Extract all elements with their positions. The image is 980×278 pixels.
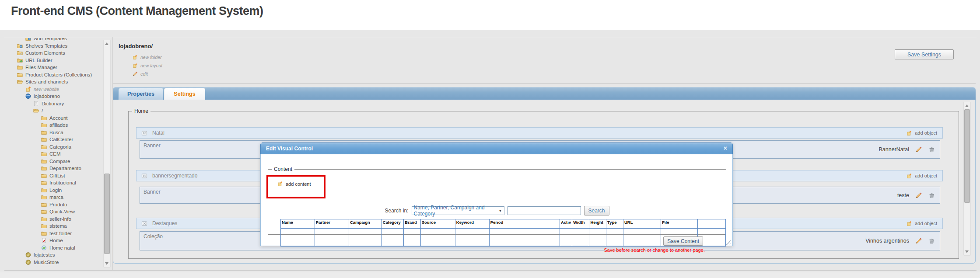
tree-item-giftlist[interactable]: GiftList	[4, 172, 103, 180]
tab-settings[interactable]: Settings	[164, 88, 205, 100]
tree-item-test-folder[interactable]: test-folder	[4, 230, 103, 237]
row-actions: teste	[897, 192, 935, 199]
tree-item-login[interactable]: Login	[4, 187, 103, 194]
save-content-button[interactable]: Save Content	[663, 236, 703, 246]
add-object-link[interactable]: add object	[906, 130, 937, 136]
new-folder-link[interactable]: new folder	[132, 53, 162, 61]
control-label: Coleção	[144, 233, 163, 240]
tree-item-[interactable]: /	[4, 107, 103, 115]
tree-item-files-manager[interactable]: Files Manager	[4, 64, 103, 71]
tree-item-label: Busca	[49, 130, 63, 135]
column-header-category: Category	[382, 219, 404, 229]
page-check-icon	[41, 237, 47, 243]
tree-item-label: new website	[34, 87, 59, 92]
row-actions: Vinhos argentinos	[865, 237, 935, 244]
cms-page: Front-end CMS (Content Management System…	[0, 0, 980, 278]
tree-item-cem[interactable]: CEM	[4, 150, 103, 158]
dialog-title: Edit Visual Control	[266, 143, 313, 154]
add-content-link[interactable]: add content	[277, 181, 311, 187]
tree-item-custom-elements[interactable]: Custom Elements	[4, 49, 103, 57]
content-scrollbar-thumb[interactable]	[964, 109, 970, 203]
tree-item-sub-templates[interactable]: Sub Templates	[4, 38, 103, 42]
sidebar-scrollbar[interactable]	[103, 40, 111, 268]
delete-trash-icon[interactable]	[928, 146, 935, 153]
tree-item-institucional[interactable]: Institucional	[4, 179, 103, 187]
content-scrollbar[interactable]	[963, 102, 971, 256]
edit-visual-control-dialog: Edit Visual Control × Content add conten…	[260, 142, 733, 246]
scroll-down-icon[interactable]	[105, 262, 108, 265]
tree-item-sistema[interactable]: sistema	[4, 222, 103, 230]
tree-item-busca[interactable]: Busca	[4, 129, 103, 136]
search-button[interactable]: Search	[584, 206, 609, 215]
search-in-select[interactable]: Name, Partner, Campaign and Category ▼	[412, 206, 504, 215]
add-icon	[277, 181, 283, 187]
add-object-link[interactable]: add object	[906, 221, 937, 226]
add-object-label: add object	[915, 221, 937, 226]
tree-item-marca[interactable]: marca	[4, 194, 103, 201]
delete-trash-icon[interactable]	[928, 192, 935, 199]
tree-item-home[interactable]: Home	[4, 237, 103, 244]
edit-link[interactable]: edit	[132, 70, 162, 78]
section-title: bannersegmentado	[152, 173, 197, 179]
content-fieldset-legend: Content	[272, 166, 294, 172]
tree-item-new-website[interactable]: new website	[4, 86, 103, 93]
sidebar-scrollbar-thumb[interactable]	[104, 174, 110, 254]
tree-item-departamento[interactable]: Departamento	[4, 165, 103, 172]
tree-item-produto[interactable]: Produto	[4, 201, 103, 208]
tree-item-label: test-folder	[49, 231, 72, 236]
close-icon[interactable]: ×	[724, 143, 727, 154]
column-header-blank	[698, 219, 726, 229]
tree-item-seller-info[interactable]: seller-info	[4, 215, 103, 223]
tree-item-label: Sub Templates	[34, 38, 67, 41]
tree-item-home-natal[interactable]: Home natal	[4, 244, 103, 252]
tree-item-label: Compare	[49, 159, 70, 164]
placeholder-icon	[141, 173, 148, 179]
tree-item-product-clusters-collections[interactable]: Product Clusters (Collections)	[4, 71, 103, 79]
page-globe-icon	[41, 245, 47, 251]
column-header-campaign: Campaign	[349, 219, 382, 229]
new-layout-link[interactable]: new layout	[132, 61, 162, 70]
tree-item-label: GiftList	[49, 173, 65, 178]
tree-item-lojadobreno[interactable]: lojadobreno	[4, 93, 103, 100]
save-settings-button[interactable]: Save Settings	[895, 49, 954, 59]
edit-pencil-icon[interactable]	[915, 192, 922, 199]
tree-item-shelves-templates[interactable]: Shelves Templates	[4, 42, 103, 50]
tree-item-sites-and-channels[interactable]: Sites and channels	[4, 78, 103, 86]
dialog-titlebar[interactable]: Edit Visual Control ×	[260, 142, 733, 154]
column-header-source: Source	[420, 219, 455, 229]
search-input[interactable]	[508, 206, 581, 215]
tree-item-lojatestes[interactable]: lojatestes	[4, 251, 103, 259]
empty-cell	[606, 229, 623, 247]
folder-plus-icon	[25, 86, 32, 92]
tree-item-quick-view[interactable]: Quick-View	[4, 208, 103, 215]
tree-item-afiliados[interactable]: afiliados	[4, 122, 103, 129]
control-label: Banner	[144, 189, 161, 195]
section-title: Natal	[152, 130, 164, 136]
tree-item-musicstore[interactable]: MusicStore	[4, 259, 103, 266]
delete-trash-icon[interactable]	[928, 237, 935, 244]
tab-bar: Properties Settings	[113, 87, 976, 100]
tree-item-url-builder[interactable]: URL Builder	[4, 57, 103, 64]
tree-item-account[interactable]: Account	[4, 115, 103, 122]
tree-item-label: Files Manager	[25, 65, 57, 70]
tree-item-label: Account	[49, 115, 68, 121]
current-path: lojadobreno/	[119, 43, 153, 49]
tab-properties[interactable]: Properties	[119, 88, 163, 100]
resize-grip[interactable]	[726, 239, 731, 244]
scroll-up-icon[interactable]	[965, 104, 969, 107]
edit-pencil-icon[interactable]	[915, 146, 922, 153]
column-header-partner: Partner	[315, 219, 349, 229]
search-in-label: Search in:	[385, 208, 408, 214]
add-object-link[interactable]: add object	[906, 173, 937, 179]
section-title: Destaques	[152, 220, 177, 226]
tree-item-dictionary[interactable]: Dictionary	[4, 100, 103, 108]
tree-item-callcenter[interactable]: CallCenter	[4, 136, 103, 143]
tree-item-categoria[interactable]: Categoria	[4, 143, 103, 151]
add-icon	[132, 55, 138, 60]
tree-item-label: Categoria	[49, 144, 71, 149]
site-tree: Sub TemplatesShelves TemplatesCustom Ele…	[4, 38, 103, 269]
tree-item-compare[interactable]: Compare	[4, 158, 103, 165]
edit-pencil-icon[interactable]	[915, 237, 922, 244]
scroll-down-icon[interactable]	[965, 250, 969, 253]
scroll-up-icon[interactable]	[105, 42, 108, 45]
